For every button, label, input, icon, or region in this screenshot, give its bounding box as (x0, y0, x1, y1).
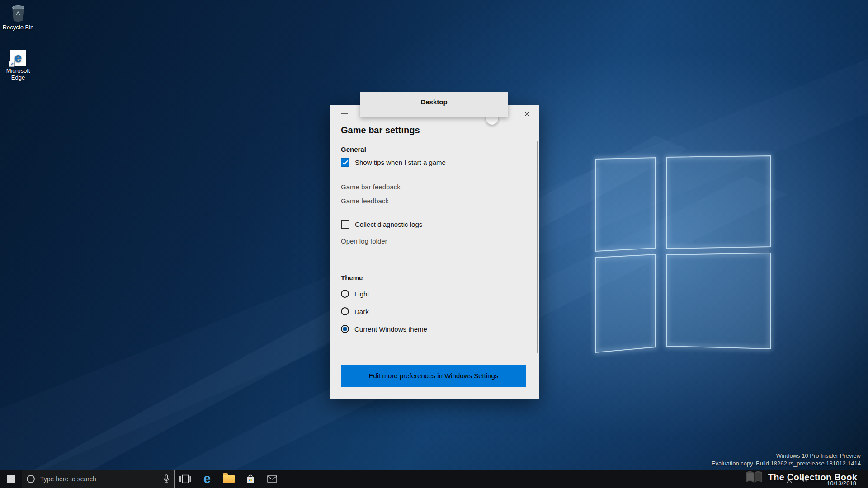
desktop-icon-label: Recycle Bin (3, 24, 34, 31)
theme-option-current-windows-theme[interactable]: Current Windows theme (341, 324, 526, 334)
microsoft-store-icon (245, 474, 255, 484)
edge-icon: e ↗ (10, 50, 26, 66)
tray-volume-button[interactable] (801, 476, 808, 484)
search-input[interactable] (39, 475, 159, 483)
general-section-heading: General (341, 145, 526, 153)
desktop-icon-microsoft-edge[interactable]: e ↗ Microsoft Edge (0, 46, 36, 81)
close-button[interactable] (519, 108, 535, 120)
section-divider (341, 259, 526, 259)
dialog-title: Game bar settings (341, 125, 526, 136)
radio-unselected-icon (341, 290, 349, 298)
taskbar-clock-date[interactable]: 10/13/2018 (827, 480, 856, 487)
taskbar-mail-button[interactable] (261, 470, 283, 488)
desktop-icon-label: Microsoft Edge (6, 67, 30, 81)
windows-logo-icon (7, 475, 15, 483)
desktop-icon-recycle-bin[interactable]: Recycle Bin (0, 3, 36, 31)
file-explorer-icon (223, 475, 235, 483)
taskbar-edge-button[interactable]: e (196, 470, 218, 488)
shortcut-arrow-icon: ↗ (9, 61, 15, 67)
footer-divider (341, 347, 526, 347)
taskbar-search-box[interactable] (22, 470, 175, 488)
capture-panel: Desktop (360, 92, 508, 117)
microphone-icon[interactable] (163, 474, 170, 483)
start-button[interactable] (0, 470, 22, 488)
edit-more-preferences-button[interactable]: Edit more preferences in Windows Setting… (341, 365, 526, 387)
insider-build-watermark: Windows 10 Pro Insider Preview Evaluatio… (712, 452, 861, 467)
capture-panel-title: Desktop (360, 98, 508, 106)
theme-option-label: Light (354, 290, 369, 298)
close-icon (524, 111, 530, 117)
theme-option-label: Dark (354, 308, 369, 315)
taskbar: e (0, 470, 868, 488)
edge-icon: e (203, 472, 211, 485)
radio-unselected-icon (341, 307, 349, 315)
task-view-button[interactable] (175, 470, 196, 488)
taskbar-store-button[interactable] (240, 470, 261, 488)
game-feedback-link[interactable]: Game feedback (341, 197, 389, 205)
minimize-button[interactable] (341, 110, 357, 117)
tray-show-hidden-icons-button[interactable] (787, 477, 792, 485)
checkbox-unchecked-icon (341, 220, 349, 229)
dialog-scrollbar[interactable] (537, 141, 538, 353)
collect-logs-checkbox-row[interactable]: Collect diagnostic logs (341, 219, 526, 230)
show-tips-label: Show tips when I start a game (355, 159, 446, 166)
watermark-line1: Windows 10 Pro Insider Preview (712, 452, 861, 460)
chevron-up-icon (787, 479, 792, 483)
checkbox-checked-icon (341, 158, 349, 167)
recycle-bin-icon (0, 3, 36, 23)
collect-logs-label: Collect diagnostic logs (355, 221, 422, 228)
cortana-icon (27, 475, 35, 483)
open-log-folder-link[interactable]: Open log folder (341, 237, 387, 245)
watermark-line2: Evaluation copy. Build 18262.rs_prerelea… (712, 460, 861, 467)
dialog-content: Game bar settings General Show tips when… (341, 122, 526, 347)
show-tips-checkbox-row[interactable]: Show tips when I start a game (341, 157, 526, 168)
desktop: Recycle Bin e ↗ Microsoft Edge Windows 1… (0, 0, 868, 488)
mail-icon (267, 475, 277, 483)
theme-option-label: Current Windows theme (354, 325, 427, 333)
task-view-icon (179, 474, 191, 483)
theme-option-light[interactable]: Light (341, 288, 526, 299)
game-bar-feedback-link[interactable]: Game bar feedback (341, 183, 401, 191)
taskbar-file-explorer-button[interactable] (218, 470, 240, 488)
game-bar-settings-dialog: Game bar settings General Show tips when… (330, 105, 539, 399)
theme-section-heading: Theme (341, 274, 526, 282)
radio-selected-icon (341, 325, 349, 333)
theme-option-dark[interactable]: Dark (341, 306, 526, 317)
speaker-icon (801, 476, 808, 482)
